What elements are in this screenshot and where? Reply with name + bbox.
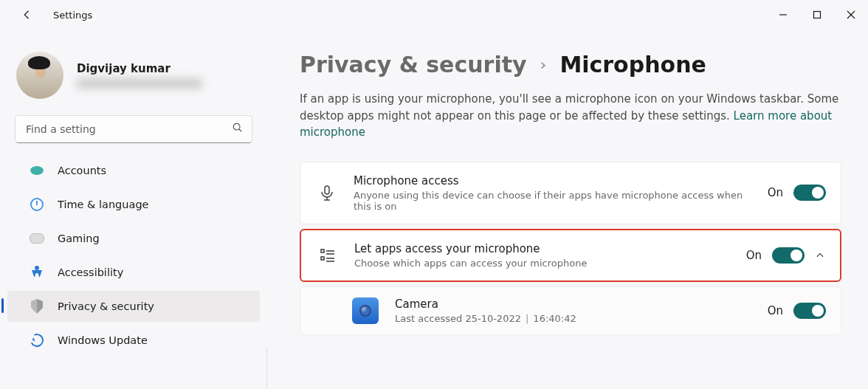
microphone-access-card: Microphone access Anyone using this devi…: [300, 162, 841, 224]
search-icon[interactable]: [232, 122, 244, 137]
sidebar-item-gaming[interactable]: Gaming: [7, 223, 260, 254]
svg-rect-7: [321, 249, 324, 252]
svg-rect-1: [814, 12, 821, 18]
titlebar: Settings: [0, 0, 868, 30]
titlebar-left: Settings: [21, 8, 92, 21]
card-title: Microphone access: [354, 174, 751, 187]
card-subtitle: Choose which apps can access your microp…: [354, 258, 730, 269]
apps-list-icon: [317, 245, 338, 266]
profile-name: Digvijay kumar: [77, 62, 202, 75]
update-icon: [30, 333, 44, 348]
toggle-state-label: On: [768, 186, 783, 199]
shield-icon: [30, 299, 44, 314]
app-name: Camera: [395, 297, 751, 311]
sidebar-item-accessibility[interactable]: Accessibility: [7, 257, 260, 288]
breadcrumb: Privacy & security › Microphone: [300, 52, 841, 78]
svg-rect-8: [321, 257, 324, 260]
sidebar: Digvijay kumar Accounts Time & language: [0, 30, 267, 389]
svg-line-3: [239, 129, 241, 131]
sidebar-item-privacy-security[interactable]: Privacy & security: [7, 291, 260, 322]
sidebar-divider: [266, 347, 267, 389]
sidebar-item-accounts[interactable]: Accounts: [7, 155, 260, 186]
microphone-access-toggle[interactable]: [793, 185, 826, 201]
sidebar-item-label: Accounts: [58, 165, 106, 176]
let-apps-access-toggle[interactable]: [772, 247, 805, 264]
page-title: Microphone: [559, 52, 706, 78]
camera-app-toggle[interactable]: [793, 303, 826, 319]
sidebar-item-label: Time & language: [58, 199, 149, 210]
svg-rect-4: [325, 186, 329, 194]
page-description: If an app is using your microphone, you'…: [300, 91, 841, 141]
search-box: [15, 115, 252, 143]
search-input[interactable]: [15, 115, 252, 143]
sidebar-item-label: Accessibility: [58, 266, 123, 278]
back-button[interactable]: [21, 8, 34, 21]
profile-email-blurred: [77, 78, 202, 89]
app-last-accessed: Last accessed 25-10-2022|16:40:42: [395, 313, 751, 324]
avatar: [16, 52, 63, 99]
accessibility-icon: [30, 265, 44, 280]
sidebar-item-label: Gaming: [58, 233, 100, 244]
clock-icon: [30, 197, 44, 212]
svg-point-2: [233, 123, 240, 130]
chevron-right-icon: ›: [540, 55, 547, 74]
gaming-icon: [30, 231, 44, 246]
app-row-camera: Camera Last accessed 25-10-2022|16:40:42…: [300, 286, 841, 335]
profile-block[interactable]: Digvijay kumar: [0, 38, 267, 115]
accounts-icon: [30, 163, 44, 178]
toggle-state-label: On: [746, 249, 762, 262]
maximize-button[interactable]: [800, 0, 834, 30]
app-title: Settings: [53, 10, 92, 21]
microphone-icon: [317, 182, 337, 203]
card-subtitle: Anyone using this device can choose if t…: [354, 190, 751, 212]
main-content: Privacy & security › Microphone If an ap…: [267, 30, 868, 389]
toggle-state-label: On: [768, 304, 783, 317]
sidebar-item-time-language[interactable]: Time & language: [7, 189, 260, 220]
chevron-up-icon[interactable]: [815, 250, 825, 261]
minimize-button[interactable]: [766, 0, 800, 30]
sidebar-nav: Accounts Time & language Gaming Accessib…: [0, 155, 267, 359]
camera-app-icon: [352, 297, 379, 324]
card-title: Let apps access your microphone: [354, 242, 730, 255]
close-button[interactable]: [834, 0, 868, 30]
breadcrumb-parent[interactable]: Privacy & security: [300, 52, 527, 78]
sidebar-item-windows-update[interactable]: Windows Update: [7, 325, 260, 356]
sidebar-item-label: Privacy & security: [58, 300, 154, 312]
let-apps-access-card: Let apps access your microphone Choose w…: [300, 229, 841, 282]
sidebar-item-label: Windows Update: [58, 334, 148, 346]
window-controls: [766, 0, 868, 30]
